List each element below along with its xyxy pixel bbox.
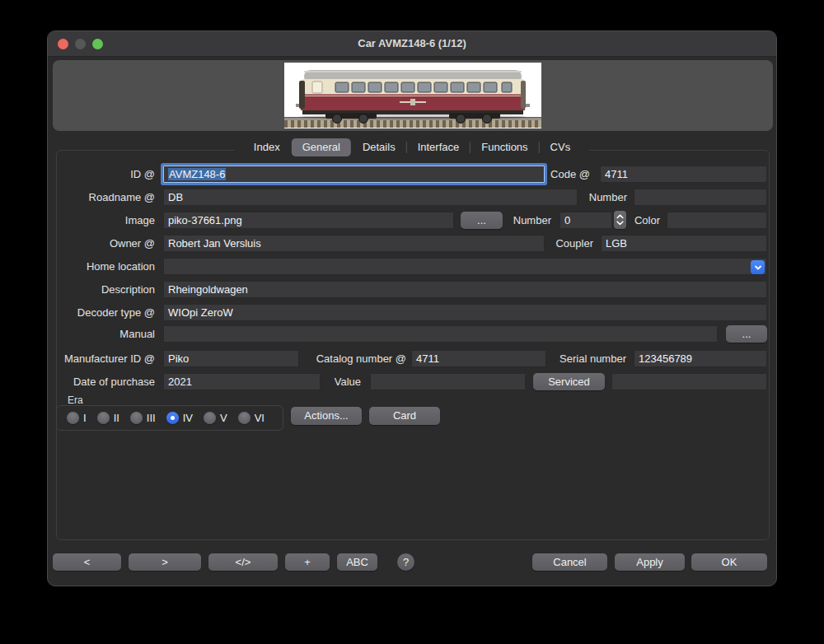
chevron-down-icon [754,264,762,272]
ok-button[interactable]: OK [691,553,767,571]
radio-icon [204,412,216,424]
image-label: Image [53,212,155,229]
traffic-lights [58,39,103,49]
tab-interface[interactable]: Interface [407,138,471,156]
coupler-label: Coupler [551,235,593,252]
date-of-purchase-label: Date of purchase [53,373,155,390]
color-label: Color [629,212,660,229]
id-label: ID @ [53,166,155,183]
radio-icon [166,412,179,424]
manual-browse-button[interactable]: ... [726,325,767,343]
add-button[interactable]: + [285,553,330,571]
car-editor-window: Car AVMZ148-6 (1/12) [47,30,777,586]
car-photo [284,63,541,128]
radio-icon [130,412,143,424]
window-title: Car AVMZ148-6 (1/12) [48,31,776,56]
owner-label: Owner @ [53,235,155,252]
era-option-label: III [147,412,156,424]
number-label: Number [583,189,627,206]
radio-icon [238,412,250,424]
era-radio-group: I II III IV V VI [56,405,283,431]
zoom-button[interactable] [92,39,103,49]
titlebar: Car AVMZ148-6 (1/12) [48,31,776,57]
tab-cvs[interactable]: CVs [540,138,582,156]
close-button[interactable] [58,39,68,49]
catalog-number-label: Catalog number @ [303,350,406,367]
era-option-label: II [114,412,119,424]
actions-button[interactable]: Actions... [291,407,362,425]
home-location-dropdown-button[interactable] [751,260,765,274]
minimize-button [75,39,86,49]
era-option-label: VI [255,412,265,424]
form-group-box [56,150,770,540]
serial-number-input[interactable]: 123456789 [634,350,767,367]
catalog-number-input[interactable]: 4711 [411,350,546,367]
era-option-label: V [220,412,227,424]
home-location-label: Home location [53,258,155,275]
help-button[interactable]: ? [397,553,414,571]
roadname-input[interactable]: DB [163,189,578,206]
count-number-label: Number [507,212,551,229]
cancel-button[interactable]: Cancel [532,553,607,571]
card-button[interactable]: Card [369,407,440,425]
selected-text: AVMZ148-6 [168,168,226,180]
radio-icon [97,412,110,424]
era-radio-4[interactable]: IV [166,412,193,424]
image-input[interactable]: piko-37661.png [163,212,454,229]
description-input[interactable]: Rheingoldwagen [163,281,767,298]
count-number-input[interactable]: 0 [559,212,612,229]
apply-button[interactable]: Apply [615,553,685,571]
code-label: Code @ [549,166,590,183]
era-radio-6[interactable]: VI [238,412,265,424]
era-option-label: I [83,412,87,424]
era-radio-5[interactable]: V [204,412,227,424]
tab-functions[interactable]: Functions [471,138,538,156]
era-label: Era [68,394,83,406]
previous-record-button[interactable]: < [53,553,121,571]
tab-index[interactable]: Index [243,138,291,156]
tab-details[interactable]: Details [352,138,406,156]
manual-label: Manual [53,325,155,343]
tab-general[interactable]: General [292,138,351,156]
number-stepper[interactable] [614,211,626,229]
id-input[interactable]: AVMZ148-6 [163,166,545,183]
value-label: Value [325,373,361,390]
coupler-input[interactable]: LGB [601,235,767,252]
manual-input[interactable] [163,325,718,343]
owner-input[interactable]: Robert Jan Versluis [163,235,545,252]
serial-number-label: Serial number [552,350,626,367]
radio-icon [67,412,79,424]
next-record-button[interactable]: > [129,553,201,571]
manufacturer-id-label: Manufacturer ID @ [53,350,155,367]
car-photo-panel [53,60,773,131]
tab-bar: Index General Details Interface Function… [235,137,589,158]
value-input[interactable] [370,373,526,390]
description-label: Description [53,281,155,298]
home-location-combobox[interactable] [163,258,767,275]
image-browse-button[interactable]: ... [461,212,503,229]
chevron-down-icon [616,221,624,226]
serviced-button[interactable]: Serviced [533,373,605,390]
era-radio-2[interactable]: II [97,412,119,424]
chevron-up-icon [616,214,624,219]
decoder-type-label: Decoder type @ [53,304,155,321]
date-of-purchase-input[interactable]: 2021 [163,373,321,390]
roadname-label: Roadname @ [53,189,155,206]
code-input[interactable]: 4711 [600,166,767,183]
era-radio-1[interactable]: I [67,412,87,424]
serviced-field[interactable] [611,373,767,390]
code-view-button[interactable]: </> [208,553,278,571]
color-input[interactable] [667,212,767,229]
decoder-type-input[interactable]: WIOpi ZeroW [163,304,767,321]
era-radio-3[interactable]: III [130,412,156,424]
number-input[interactable] [634,189,767,206]
era-option-label: IV [183,412,193,424]
manufacturer-id-input[interactable]: Piko [163,350,299,367]
abc-button[interactable]: ABC [337,553,377,571]
